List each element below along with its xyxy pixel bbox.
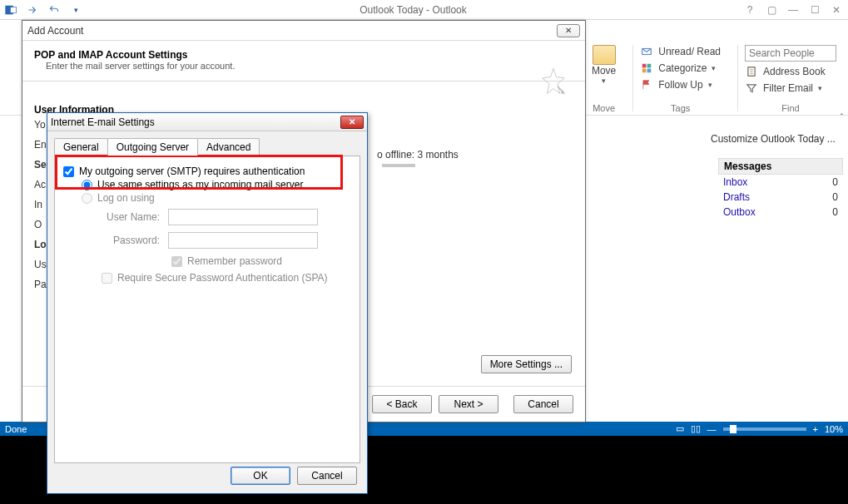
ribbon: Move ▾ Move Unread/ Read Categorize xyxy=(585,45,843,111)
chevron-down-icon: ▾ xyxy=(712,64,716,72)
password-input[interactable] xyxy=(168,232,318,249)
view-normal-icon[interactable]: ▭ xyxy=(676,423,684,434)
username-label: User Name: xyxy=(102,211,160,223)
offline-label: o offline: 3 months xyxy=(377,149,459,161)
envelope-icon xyxy=(640,45,653,58)
unread-read-button[interactable]: Unread/ Read xyxy=(640,45,721,58)
messages-panel: Messages Inbox 0 Drafts 0 Outbox 0 xyxy=(718,158,843,220)
ribbon-group-move: Move ▾ Move xyxy=(585,45,622,111)
messages-header: Messages xyxy=(718,158,843,175)
more-settings-button[interactable]: More Settings ... xyxy=(481,355,572,373)
outlook-icon xyxy=(3,2,18,17)
zoom-value: 10% xyxy=(825,424,843,434)
followup-button[interactable]: Follow Up ▾ xyxy=(640,78,721,91)
quick-access-toolbar: ▾ xyxy=(0,2,83,17)
filter-email-button[interactable]: Filter Email ▾ xyxy=(745,82,836,95)
unread-read-label: Unread/ Read xyxy=(658,46,721,57)
drafts-label: Drafts xyxy=(723,191,750,203)
cancel-button[interactable]: Cancel xyxy=(297,467,357,485)
spa-label: Require Secure Password Authentication (… xyxy=(117,272,328,284)
field-stub: Yo xyxy=(34,119,47,131)
outbox-row[interactable]: Outbox 0 xyxy=(718,205,843,220)
svg-rect-3 xyxy=(642,64,647,68)
zoom-in-icon[interactable]: + xyxy=(813,424,818,434)
help-icon[interactable]: ? xyxy=(743,4,756,16)
dialog-buttons: OK Cancel xyxy=(231,467,357,485)
dialog-titlebar: Internet E-mail Settings ✕ xyxy=(47,113,367,131)
titlebar: ▾ Outlook Today - Outlook ? ▢ — ☐ ✕ xyxy=(0,0,848,20)
dialog-close-button[interactable]: ✕ xyxy=(557,24,580,37)
same-settings-radio[interactable] xyxy=(82,180,92,190)
minimize-icon[interactable]: — xyxy=(786,4,800,16)
filter-email-label: Filter Email xyxy=(763,82,813,94)
followup-label: Follow Up xyxy=(658,79,702,91)
svg-rect-6 xyxy=(647,69,652,73)
dialog-close-button[interactable]: ✕ xyxy=(340,116,364,129)
next-button[interactable]: Next > xyxy=(439,395,498,413)
internet-email-settings-dialog: Internet E-mail Settings ✕ General Outgo… xyxy=(47,112,368,494)
collapse-ribbon-icon[interactable]: ˆ xyxy=(841,113,843,122)
move-button[interactable]: Move ▾ xyxy=(592,45,616,85)
logon-using-radio[interactable] xyxy=(82,193,92,204)
smtp-auth-label: My outgoing server (SMTP) requires authe… xyxy=(79,166,305,177)
cancel-button[interactable]: Cancel xyxy=(513,395,573,413)
username-input[interactable] xyxy=(168,209,318,225)
dialog-subtext: Enter the mail server settings for your … xyxy=(34,61,573,71)
address-book-label: Address Book xyxy=(763,66,826,77)
window-title: Outlook Today - Outlook xyxy=(83,4,743,16)
tab-general[interactable]: General xyxy=(54,138,108,156)
field-stub: En xyxy=(34,139,47,151)
same-settings-option[interactable]: Use same settings as my incoming mail se… xyxy=(82,178,351,191)
remember-password-label: Remember password xyxy=(187,255,282,267)
outbox-count: 0 xyxy=(832,206,838,218)
tab-outgoing-server[interactable]: Outgoing Server xyxy=(107,138,198,156)
tabs: General Outgoing Server Advanced xyxy=(54,138,360,156)
wizard-star-icon xyxy=(537,66,570,105)
same-settings-label: Use same settings as my incoming mail se… xyxy=(97,179,303,190)
undo-icon[interactable] xyxy=(47,2,62,17)
chevron-down-icon: ▾ xyxy=(708,81,712,89)
inbox-row[interactable]: Inbox 0 xyxy=(718,175,843,190)
zoom-out-icon[interactable]: — xyxy=(707,424,717,434)
field-stub: Pa xyxy=(34,279,47,290)
move-label: Move xyxy=(592,65,616,77)
dialog-title: Add Account xyxy=(27,25,83,37)
separator xyxy=(22,81,585,82)
customize-outlook-link[interactable]: Customize Outlook Today ... xyxy=(711,133,840,145)
search-people-input[interactable]: Search People xyxy=(745,45,836,62)
view-reading-icon[interactable]: ▯▯ xyxy=(691,423,701,434)
qat-dropdown-icon[interactable]: ▾ xyxy=(68,2,83,17)
remember-password-checkbox[interactable] xyxy=(171,256,182,267)
status-text: Done xyxy=(5,424,27,434)
group-caption-tags: Tags xyxy=(633,103,727,113)
drafts-row[interactable]: Drafts 0 xyxy=(718,190,843,205)
categories-icon xyxy=(640,62,653,75)
logon-using-option[interactable]: Log on using xyxy=(82,191,351,205)
flag-icon xyxy=(640,78,653,91)
svg-rect-5 xyxy=(642,69,647,73)
ok-button[interactable]: OK xyxy=(231,467,290,485)
dialog-title: Internet E-mail Settings xyxy=(51,116,155,128)
back-button[interactable]: < Back xyxy=(372,395,432,413)
wizard-buttons: < Back Next > Cancel xyxy=(372,395,573,413)
smtp-auth-option[interactable]: My outgoing server (SMTP) requires authe… xyxy=(63,165,351,178)
categorize-button[interactable]: Categorize ▾ xyxy=(640,62,721,75)
smtp-auth-checkbox[interactable] xyxy=(63,166,74,177)
svg-rect-1 xyxy=(10,7,16,12)
dialog-subheader: POP and IMAP Account Settings Enter the … xyxy=(22,41,585,76)
group-caption-move: Move xyxy=(585,103,622,113)
search-placeholder: Search People xyxy=(749,47,815,59)
tab-advanced[interactable]: Advanced xyxy=(197,138,260,156)
send-receive-icon[interactable] xyxy=(25,2,40,17)
ribbon-group-tags: Unread/ Read Categorize ▾ Follow Up ▾ xyxy=(632,45,727,111)
zoom-slider[interactable] xyxy=(723,427,806,431)
offline-slider[interactable] xyxy=(382,164,415,167)
spa-checkbox[interactable] xyxy=(102,273,112,284)
address-book-icon xyxy=(745,65,758,78)
maximize-icon[interactable]: ☐ xyxy=(808,4,821,16)
address-book-button[interactable]: Address Book xyxy=(745,65,836,78)
categorize-label: Categorize xyxy=(658,62,707,74)
outbox-label: Outbox xyxy=(723,206,756,218)
ribbon-display-icon[interactable]: ▢ xyxy=(765,4,778,16)
close-icon[interactable]: ✕ xyxy=(830,4,843,16)
